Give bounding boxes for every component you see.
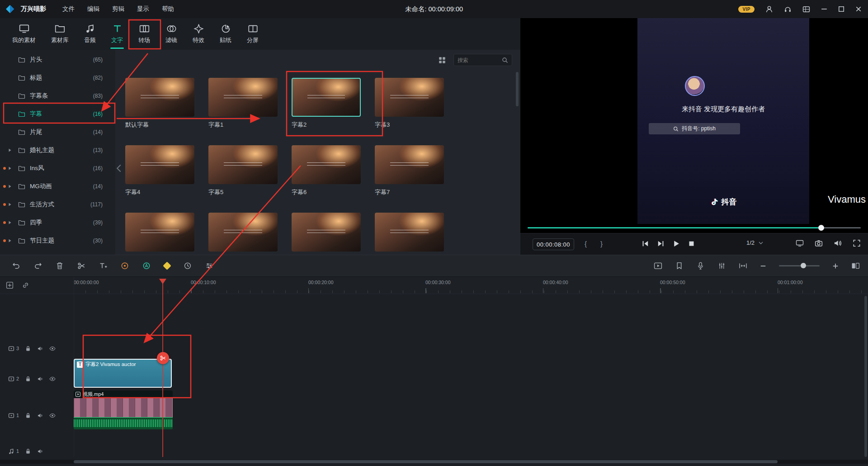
- sidebar-item-titles[interactable]: 标题(82): [0, 69, 115, 87]
- template-thumbnail[interactable]: [208, 145, 278, 184]
- template-card[interactable]: 字幕4: [125, 145, 194, 196]
- template-card[interactable]: [375, 213, 444, 255]
- tab-stock-library[interactable]: 素材库: [43, 18, 76, 50]
- sidebar-item-wedding[interactable]: 婚礼主题(13): [0, 141, 115, 159]
- tab-sticker[interactable]: 贴纸: [212, 18, 239, 50]
- quick-text-icon[interactable]: [142, 262, 151, 270]
- sidebar-item-openers[interactable]: 片头(65): [0, 51, 115, 69]
- sidebar-item-festival[interactable]: 节日主题(30): [0, 232, 115, 250]
- tab-filter[interactable]: 滤镜: [158, 18, 185, 50]
- seek-handle[interactable]: [818, 225, 824, 231]
- display-device-icon[interactable]: [796, 239, 804, 247]
- visibility-icon[interactable]: [49, 413, 56, 418]
- minimize-button[interactable]: [821, 6, 827, 12]
- tab-effects[interactable]: 特效: [185, 18, 212, 50]
- template-thumbnail[interactable]: [375, 213, 444, 252]
- play-button[interactable]: [672, 240, 680, 247]
- highlight-tool-icon[interactable]: [121, 262, 129, 270]
- next-frame-button[interactable]: [657, 240, 665, 247]
- template-card[interactable]: 默认字幕: [125, 78, 194, 129]
- menu-file[interactable]: 文件: [57, 3, 80, 15]
- caret-right-icon[interactable]: [8, 184, 12, 189]
- tab-splitscreen[interactable]: 分屏: [239, 18, 266, 50]
- mute-icon[interactable]: [37, 346, 43, 352]
- template-card[interactable]: [292, 213, 361, 255]
- carousel-prev-icon[interactable]: [116, 164, 122, 173]
- add-track-icon[interactable]: [6, 281, 14, 289]
- split-scissors-icon[interactable]: [77, 262, 85, 270]
- tab-transition[interactable]: 转场: [131, 18, 158, 50]
- voiceover-mic-icon[interactable]: [696, 262, 705, 270]
- template-card[interactable]: [125, 213, 194, 255]
- fit-timeline-icon[interactable]: [739, 262, 747, 270]
- menu-view[interactable]: 显示: [132, 3, 155, 15]
- stop-button[interactable]: [688, 240, 695, 247]
- template-thumbnail[interactable]: [375, 145, 444, 184]
- undo-icon[interactable]: [12, 262, 20, 270]
- workspace-icon[interactable]: [802, 5, 810, 13]
- audio-mixer-icon[interactable]: [717, 262, 726, 270]
- snapshot-icon[interactable]: [815, 239, 823, 247]
- lock-icon[interactable]: [25, 376, 31, 382]
- template-card[interactable]: 字幕3: [375, 78, 444, 129]
- tab-my-media[interactable]: 我的素材: [5, 18, 43, 50]
- support-icon[interactable]: [784, 5, 792, 13]
- template-card[interactable]: 字幕6: [292, 145, 361, 196]
- template-card[interactable]: [208, 213, 278, 255]
- render-preview-icon[interactable]: [654, 262, 662, 270]
- visibility-icon[interactable]: [49, 376, 56, 382]
- sidebar-item-ins-style[interactable]: Ins风(16): [0, 159, 115, 177]
- fullscreen-icon[interactable]: [853, 239, 861, 247]
- vip-badge[interactable]: VIP: [738, 6, 755, 13]
- template-card-selected[interactable]: 字幕2: [292, 78, 361, 129]
- template-card[interactable]: 字幕7: [375, 145, 444, 196]
- preview-quality-dropdown[interactable]: 1/2: [746, 239, 763, 246]
- caret-right-icon[interactable]: [8, 238, 12, 243]
- playhead-marker[interactable]: [159, 279, 166, 284]
- timeline-ruler[interactable]: 00:00:00:00 00:00:10:00 00:00:20:00 00:0…: [74, 277, 868, 294]
- template-card[interactable]: 字幕1: [208, 78, 278, 129]
- link-clips-icon[interactable]: [22, 281, 29, 289]
- template-thumbnail[interactable]: [125, 213, 194, 252]
- redo-icon[interactable]: [34, 262, 42, 270]
- menu-help[interactable]: 帮助: [156, 3, 179, 15]
- volume-icon[interactable]: [834, 239, 842, 247]
- caret-right-icon[interactable]: [8, 166, 12, 171]
- adjust-icon[interactable]: [205, 262, 213, 270]
- menu-edit[interactable]: 编辑: [82, 3, 105, 15]
- template-card[interactable]: 字幕5: [208, 145, 278, 196]
- previous-frame-button[interactable]: [642, 240, 649, 247]
- template-thumbnail[interactable]: [375, 78, 444, 117]
- marker-icon[interactable]: [675, 262, 684, 270]
- keyframe-icon[interactable]: [163, 262, 171, 270]
- lock-icon[interactable]: [25, 413, 31, 418]
- tab-text[interactable]: 文字: [104, 18, 131, 50]
- template-thumbnail[interactable]: [292, 145, 361, 184]
- template-thumbnail[interactable]: [125, 145, 194, 184]
- sidebar-item-mg-animation[interactable]: MG动画(14): [0, 177, 115, 195]
- split-here-button[interactable]: [157, 352, 169, 364]
- zoom-in-icon[interactable]: [832, 263, 839, 269]
- template-thumbnail[interactable]: [125, 78, 194, 117]
- category-grid-icon[interactable]: [438, 56, 446, 64]
- account-icon[interactable]: [765, 5, 773, 13]
- template-thumbnail[interactable]: [208, 213, 278, 252]
- lock-icon[interactable]: [25, 346, 31, 352]
- search-input[interactable]: [454, 57, 502, 63]
- timeline-hscrollbar[interactable]: [74, 460, 778, 463]
- visibility-icon[interactable]: [49, 346, 56, 352]
- caret-right-icon[interactable]: [8, 148, 12, 152]
- mark-in-brace[interactable]: {: [585, 240, 587, 247]
- template-thumbnail[interactable]: [292, 78, 361, 117]
- mark-out-brace[interactable]: }: [600, 240, 603, 247]
- close-button[interactable]: [855, 6, 862, 12]
- caret-right-icon[interactable]: [8, 220, 12, 225]
- tab-audio[interactable]: 音频: [76, 18, 104, 50]
- text-clip-subtitle[interactable]: T 字幕2 Vivamus auctor: [74, 359, 172, 388]
- mute-icon[interactable]: [37, 376, 43, 382]
- template-thumbnail[interactable]: [208, 78, 278, 117]
- sidebar-item-lifestyle[interactable]: 生活方式(117): [0, 195, 115, 214]
- zoom-out-icon[interactable]: [760, 263, 766, 269]
- caret-right-icon[interactable]: [8, 202, 12, 207]
- lock-icon[interactable]: [25, 448, 31, 454]
